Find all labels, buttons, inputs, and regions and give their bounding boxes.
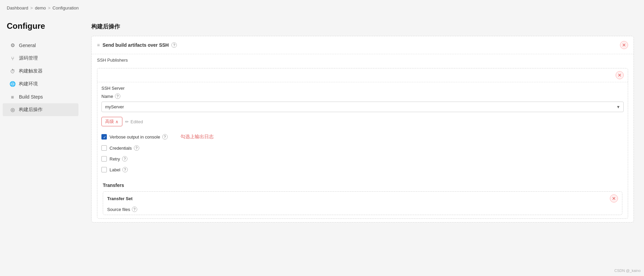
- verbose-label: Verbose output in console ?: [110, 134, 168, 140]
- gear-icon: ⚙: [9, 42, 16, 48]
- label-checkbox-label: Label ?: [110, 167, 128, 172]
- list-icon: ≡: [9, 94, 16, 100]
- verbose-row: ✓ Verbose output in console ? 勾选上输出日志: [101, 131, 624, 143]
- breadcrumb-sep-2: >: [48, 5, 51, 10]
- verbose-help-icon[interactable]: ?: [162, 134, 168, 140]
- label-help-icon[interactable]: ?: [122, 167, 128, 172]
- card-title-help-icon[interactable]: ?: [171, 42, 177, 48]
- sidebar-item-triggers[interactable]: ⏱ 构建触发器: [3, 65, 78, 78]
- retry-row: Retry ?: [101, 153, 624, 164]
- advanced-row: 高级 ∧ ✏ Edited: [97, 113, 628, 130]
- sidebar-item-build-steps[interactable]: ≡ Build Steps: [3, 90, 78, 103]
- verbose-annotation-text: 勾选上输出日志: [181, 134, 214, 140]
- transfer-set-header: Transfer Set ✕: [103, 192, 622, 205]
- sidebar-item-label-env: 构建环境: [19, 81, 38, 87]
- checkmark-icon: ✓: [102, 134, 107, 140]
- breadcrumb: Dashboard > demo > Configuration: [0, 0, 644, 16]
- sidebar-item-label-triggers: 构建触发器: [19, 68, 43, 74]
- name-sub-label: Name ?: [101, 93, 624, 99]
- retry-label-text: Retry: [110, 156, 120, 162]
- label-checkbox[interactable]: [101, 167, 107, 172]
- label-row: Label ?: [101, 164, 624, 175]
- retry-label: Retry ?: [110, 156, 127, 162]
- name-label-text: Name: [101, 94, 113, 99]
- credentials-help-icon[interactable]: ?: [134, 145, 139, 151]
- card-header-left: ≡ Send build artifacts over SSH ?: [97, 42, 177, 48]
- pencil-icon: ✏: [125, 119, 129, 124]
- breadcrumb-sep-1: >: [30, 5, 33, 10]
- watermark: CSDN @_kaino: [614, 269, 641, 273]
- ssh-server-close-button[interactable]: ✕: [616, 71, 624, 79]
- ssh-card: ≡ Send build artifacts over SSH ? ✕ SSH …: [91, 36, 634, 222]
- sidebar-item-label-build-steps: Build Steps: [19, 94, 43, 100]
- verbose-label-text: Verbose output in console: [110, 134, 160, 140]
- transfer-set-close-button[interactable]: ✕: [610, 194, 618, 203]
- ssh-card-header: ≡ Send build artifacts over SSH ? ✕: [92, 36, 634, 54]
- credentials-label: Credentials ?: [110, 145, 139, 151]
- ssh-server-card: ✕ SSH Server Name ? myServer ▼: [97, 68, 628, 219]
- retry-checkbox[interactable]: [101, 156, 107, 162]
- main-area: Configure ⚙ General ⑂ 源码管理 ⏱ 构建触发器 🌐 构建环…: [0, 16, 644, 276]
- advanced-label: 高级: [105, 119, 114, 125]
- content-area: 构建后操作 ≡ Send build artifacts over SSH ? …: [81, 16, 644, 276]
- breadcrumb-item-demo[interactable]: demo: [35, 5, 46, 10]
- credentials-label-text: Credentials: [110, 146, 132, 151]
- sidebar-item-label-general: General: [19, 43, 36, 48]
- advanced-button[interactable]: 高级 ∧: [101, 117, 122, 126]
- breadcrumb-item-dashboard[interactable]: Dashboard: [7, 5, 28, 10]
- ssh-card-close-button[interactable]: ✕: [620, 41, 628, 49]
- sidebar-item-env[interactable]: 🌐 构建环境: [3, 78, 78, 90]
- server-select[interactable]: myServer: [101, 102, 624, 112]
- options-section: ✓ Verbose output in console ? 勾选上输出日志: [97, 130, 628, 179]
- server-name-section: SSH Server Name ? myServer ▼: [97, 82, 628, 113]
- target-icon: ◎: [9, 107, 16, 113]
- section-title: 构建后操作: [91, 23, 634, 30]
- sidebar-item-label-post-build: 构建后操作: [19, 107, 43, 113]
- source-icon: ⑂: [9, 55, 16, 61]
- clock-icon: ⏱: [9, 68, 16, 74]
- ssh-publishers-label: SSH Publishers: [92, 54, 634, 65]
- breadcrumb-item-configuration[interactable]: Configuration: [52, 5, 78, 10]
- sidebar-item-source[interactable]: ⑂ 源码管理: [3, 52, 78, 65]
- source-files-row: Source files ?: [103, 205, 622, 215]
- edited-text: Edited: [130, 119, 143, 124]
- globe-icon: 🌐: [9, 81, 16, 87]
- retry-help-icon[interactable]: ?: [122, 156, 127, 162]
- sidebar-item-post-build[interactable]: ◎ 构建后操作: [3, 103, 78, 116]
- credentials-row: Credentials ?: [101, 143, 624, 153]
- chevron-up-icon: ∧: [115, 119, 119, 124]
- server-select-wrapper: myServer ▼: [101, 102, 624, 112]
- verbose-checkbox[interactable]: ✓: [101, 134, 107, 140]
- sidebar: Configure ⚙ General ⑂ 源码管理 ⏱ 构建触发器 🌐 构建环…: [0, 16, 81, 276]
- drag-handle-icon: ≡: [97, 42, 100, 48]
- sidebar-item-general[interactable]: ⚙ General: [3, 39, 78, 52]
- transfers-title: Transfers: [103, 183, 622, 188]
- ssh-server-card-header: ✕: [97, 68, 628, 82]
- server-name-label: SSH Server: [101, 86, 624, 91]
- transfers-section: Transfers Transfer Set ✕ Source files ?: [97, 179, 628, 218]
- card-title: Send build artifacts over SSH: [102, 42, 169, 48]
- sidebar-item-label-source: 源码管理: [19, 55, 38, 61]
- page-title: Configure: [0, 21, 81, 39]
- name-help-icon[interactable]: ?: [115, 93, 120, 99]
- ssh-server-text: SSH Server: [101, 86, 125, 91]
- source-files-help-icon[interactable]: ?: [132, 207, 137, 212]
- transfer-set-card: Transfer Set ✕ Source files ?: [103, 191, 622, 215]
- label-label-text: Label: [110, 167, 120, 172]
- page-layout: Dashboard > demo > Configuration Configu…: [0, 0, 644, 276]
- source-files-text: Source files: [107, 207, 130, 212]
- edited-indicator: ✏ Edited: [125, 119, 143, 124]
- transfer-set-title: Transfer Set: [107, 196, 133, 201]
- credentials-checkbox[interactable]: [101, 145, 107, 151]
